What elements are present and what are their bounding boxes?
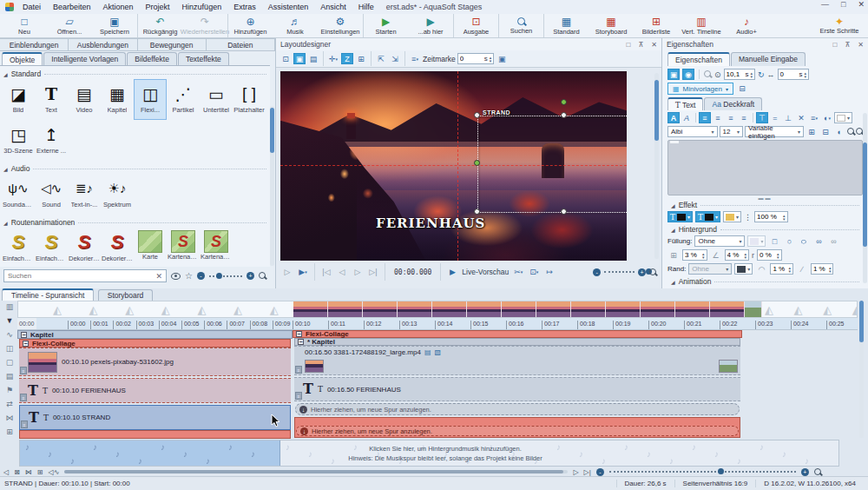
toolbar-button[interactable]: ↶ Rückgängig xyxy=(137,14,182,37)
object-item[interactable]: S Einfacher ... xyxy=(2,228,35,267)
swap-icon[interactable]: ⇄ xyxy=(6,400,13,408)
selection-mode-button[interactable]: ▣ xyxy=(293,53,306,64)
maximize-button[interactable]: □ xyxy=(841,0,845,9)
minivorlagen-dropdown[interactable]: ▦Minivorlagen▾ xyxy=(667,83,733,95)
left-panel-tab[interactable]: Objekte xyxy=(2,52,43,66)
grid-icon[interactable]: ⊞ xyxy=(37,468,43,476)
unlink-aspect-button[interactable]: ∞ xyxy=(827,235,839,247)
preview-magnifier-icon[interactable] xyxy=(649,268,657,276)
refresh-icon[interactable]: ↻ xyxy=(758,70,765,79)
new-track-icon[interactable]: ▢ xyxy=(6,358,14,367)
padding-input[interactable] xyxy=(685,251,700,259)
zeitmarke-input-box[interactable]: s ▴▾ xyxy=(457,53,495,64)
offset-spinner[interactable]: ▴▾ xyxy=(805,71,807,78)
valign-middle-button[interactable]: = xyxy=(769,112,781,123)
toolbar-button[interactable]: ♬ Musik xyxy=(273,14,318,37)
toolbar-button[interactable]: ▶ Starten xyxy=(363,14,408,37)
left-panel-tab[interactable]: Intelligente Vorlagen xyxy=(43,52,126,66)
collapse-icon[interactable]: − xyxy=(21,332,27,338)
preview-zoom-in[interactable]: + xyxy=(638,268,646,276)
toolbar-button[interactable]: ⊕ Hinzufügen xyxy=(227,14,273,37)
toolbar-button[interactable]: Suchen xyxy=(498,14,543,37)
section-effekt[interactable]: Effekt xyxy=(667,201,863,209)
drag-handle[interactable]: ≡ xyxy=(295,366,302,374)
object-item[interactable]: [ ] Platzhalter xyxy=(233,79,266,120)
align-center-button[interactable]: ≡ xyxy=(712,112,724,123)
timeline-zoom-out[interactable]: - xyxy=(596,468,604,476)
corner-input[interactable] xyxy=(727,251,743,259)
rand-width-box[interactable]: ▴▾ xyxy=(770,263,793,275)
monitor-view-button[interactable]: ▤ xyxy=(307,53,319,64)
edit-mode-button[interactable]: ✂▾ xyxy=(512,267,524,278)
offset-input[interactable] xyxy=(780,70,798,78)
bold-button[interactable]: A xyxy=(667,112,680,123)
collapse-icon[interactable]: − xyxy=(296,331,302,337)
duplicate-track-icon[interactable]: ◫ xyxy=(6,344,14,353)
toolbar-button[interactable]: ▦ Standard xyxy=(543,14,589,37)
preview-zoom-slider[interactable] xyxy=(604,271,635,273)
frame-mode-button[interactable]: ⊡▾ xyxy=(528,267,540,278)
slider-knob[interactable] xyxy=(216,273,222,279)
preview-zoom-out[interactable]: - xyxy=(593,268,601,276)
kapitel-track-header[interactable]: − Kapitel xyxy=(17,330,293,339)
music-track-filled[interactable]: ♪♪♪♪♪♪♪♪♪♪♪ xyxy=(20,440,280,466)
toolbar-button[interactable]: ⚙ Einstellungen xyxy=(318,14,363,37)
object-item[interactable]: ◁∿ Sound xyxy=(35,174,68,215)
left-panel-tab[interactable]: Texteffekte xyxy=(178,52,229,66)
valign-bottom-button[interactable]: ⊥ xyxy=(782,112,794,123)
text-color-button[interactable]: ◐▾ xyxy=(821,112,833,123)
minimize-button[interactable]: — xyxy=(821,0,829,9)
toolbar-button[interactable]: ▦ Storyboard xyxy=(589,14,634,37)
variable-insert-select[interactable]: Variable einfügen▾ xyxy=(745,126,804,137)
new-track-drop-zone[interactable]: ↓ Hierher ziehen, um neue Spur anzulegen… xyxy=(295,403,740,415)
selection-handle-top-right[interactable] xyxy=(561,112,567,118)
object-item[interactable]: T Text xyxy=(35,79,68,120)
new-track-drop-zone-red[interactable]: ↓ Hierher ziehen, um neue Spur anzulegen… xyxy=(296,426,739,436)
opacity-box[interactable]: ▴▾ xyxy=(754,211,788,222)
jump-button[interactable]: ↦ xyxy=(543,267,556,278)
text-content-area[interactable] xyxy=(667,140,863,195)
tab-storyboard[interactable]: Storyboard xyxy=(98,289,154,301)
play-small-icon[interactable]: ▷ xyxy=(573,468,578,476)
font-size-select[interactable]: 12▾ xyxy=(720,126,743,137)
timeline-zoom-slider[interactable] xyxy=(609,471,796,473)
tab-manuelle-eingabe[interactable]: Manuelle Eingabe xyxy=(731,52,806,66)
file-info-icon[interactable]: ▤ xyxy=(424,348,431,356)
left-panel-tab[interactable]: Dateien xyxy=(207,38,275,51)
zoom-out-button[interactable]: - xyxy=(197,272,205,280)
menu-item[interactable]: Bearbeiten xyxy=(48,2,96,12)
music-track[interactable]: ♪♪♪♪♪♪♪♪♪♪♪ ♪♪♪♪♪♪♪♪♪♪♪♪♪♪♪♪♪♪♪♪♪♪♪♪ Kli… xyxy=(19,440,839,467)
selection-handle-mid-left[interactable] xyxy=(474,160,480,166)
toolbar-button[interactable]: ▣ Speichern xyxy=(92,14,137,37)
rand-color-dropdown[interactable]: ▾ xyxy=(734,263,753,275)
icon-size-slider[interactable] xyxy=(209,275,242,277)
eye-icon[interactable] xyxy=(171,273,181,280)
drag-handle[interactable]: ≡ xyxy=(20,394,27,401)
object-item[interactable]: S Dekoriert... xyxy=(101,228,134,267)
fit-view-button[interactable]: ⊡ xyxy=(279,53,292,64)
properties-scrollbar[interactable] xyxy=(863,113,867,283)
play-end-icon[interactable]: ▷| xyxy=(584,468,591,476)
fill-color-dropdown[interactable]: ▾ xyxy=(834,112,852,123)
menu-item[interactable]: Aktionen xyxy=(98,2,139,12)
save-timemark-button[interactable]: ▣ xyxy=(496,53,508,64)
toolbar-button[interactable]: ♪ Audio+ xyxy=(724,14,769,37)
radius-box[interactable]: ▴▾ xyxy=(757,249,782,261)
selection-rotate-handle[interactable] xyxy=(561,99,567,105)
timeline-item-image[interactable]: ≡ 00:10.10 pexels-pixabay-531602.jpg xyxy=(19,348,291,376)
shape-rect-button[interactable]: □ xyxy=(768,235,780,247)
step-forward-button[interactable]: ▷ xyxy=(352,267,364,278)
panel-close-icon[interactable]: ✕ xyxy=(858,41,864,49)
selection-handle-bottom-left[interactable] xyxy=(474,209,480,215)
center-guides-button[interactable]: ✛▾ xyxy=(327,53,339,64)
zoom-in-text-icon[interactable] xyxy=(856,128,863,136)
timeline-thumbnail-strip-row[interactable]: ◭ ◭ ◭ ◭ ◭ ◭ ◭ ◭ ◭ ◭ ◭ ◭ ◭ ◭ ◭ ◭ ◭ ◭ ◭ ◭ xyxy=(17,301,858,318)
shape-ellipse-button[interactable]: ○ xyxy=(796,235,813,247)
kapitel-header-right[interactable]: − * Kapitel xyxy=(294,338,740,346)
font-family-select[interactable]: Albi▾ xyxy=(667,126,718,137)
selection-handle-top-left[interactable] xyxy=(474,112,480,118)
zeitmarke-input[interactable] xyxy=(460,55,483,63)
contrast-button[interactable]: ◐ xyxy=(833,126,845,137)
tab-text[interactable]: T Text xyxy=(667,97,703,110)
object-item[interactable]: ◫ Flexi... xyxy=(134,79,167,120)
